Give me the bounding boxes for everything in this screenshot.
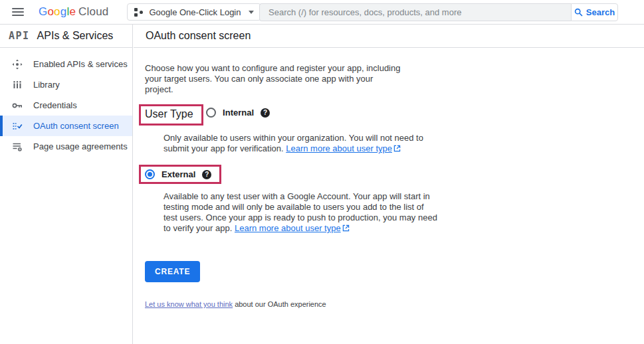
internal-radio-label[interactable]: Internal [223, 108, 254, 118]
help-icon[interactable]: ? [202, 170, 211, 179]
search-button[interactable]: Search [571, 3, 618, 21]
page-header: OAuth consent screen [134, 25, 644, 48]
user-type-heading: User Type [145, 108, 193, 120]
key-icon [11, 100, 23, 111]
learn-more-link[interactable]: Learn more about user type [235, 223, 341, 233]
sidebar-title: APIs & Services [37, 30, 114, 42]
internal-description: Only available to users within your orga… [163, 133, 437, 155]
sidebar-item-oauth-consent-screen[interactable]: OAuth consent screen [0, 116, 132, 136]
learn-more-link[interactable]: Learn more about user type [286, 143, 392, 153]
sidebar-item-page-usage-agreements[interactable]: Page usage agreements [0, 136, 132, 157]
internal-radio[interactable] [206, 108, 216, 118]
chevron-down-icon [249, 11, 254, 14]
project-selector-label: Google One-Click Login [149, 7, 241, 17]
main-content: Choose how you want to configure and reg… [134, 48, 644, 344]
sidebar-item-enabled-apis[interactable]: Enabled APIs & services [0, 54, 132, 74]
external-radio[interactable] [145, 169, 155, 179]
feedback-link[interactable]: Let us know what you think [145, 300, 233, 308]
sidebar-item-credentials[interactable]: Credentials [0, 95, 132, 116]
top-app-bar: GoogleCloud Google One-Click Login Searc… [0, 0, 644, 25]
agreements-gear-icon [11, 141, 23, 152]
external-radio-label[interactable]: External [161, 169, 195, 179]
search-button-label: Search [586, 7, 615, 17]
sidebar-item-label: Enabled APIs & services [33, 59, 128, 69]
api-product-icon: API [9, 30, 30, 42]
sidebar-item-label: OAuth consent screen [33, 121, 119, 131]
page-title: OAuth consent screen [146, 30, 251, 42]
project-icon [134, 8, 143, 17]
intro-text: Choose how you want to configure and reg… [145, 63, 403, 95]
option-internal: Internal ? [200, 103, 280, 122]
help-icon[interactable]: ? [261, 108, 270, 118]
sidebar-item-label: Credentials [33, 100, 77, 110]
external-description: Available to any test user with a Google… [163, 191, 437, 234]
search-input[interactable] [259, 3, 571, 21]
create-button[interactable]: CREATE [145, 261, 200, 282]
sidebar-header: API APIs & Services [0, 25, 132, 48]
sidebar-item-library[interactable]: Library [0, 74, 132, 95]
option-external: External ? [139, 165, 221, 184]
feedback-text: about our OAuth experience [233, 300, 326, 308]
library-icon [11, 80, 23, 90]
project-selector[interactable]: Google One-Click Login [127, 3, 261, 21]
external-link-icon [393, 144, 401, 155]
hamburger-menu-icon[interactable] [12, 6, 24, 18]
enabled-apis-icon [11, 59, 23, 70]
search-icon [574, 8, 583, 17]
google-cloud-logo: GoogleCloud [39, 5, 108, 19]
annotation-box-user-type: User Type [139, 104, 203, 126]
sidebar-menu: Enabled APIs & services Library [0, 48, 132, 157]
external-link-icon [342, 224, 350, 234]
sidebar-item-label: Page usage agreements [33, 141, 128, 151]
consent-checklist-icon [11, 121, 23, 131]
search-bar: Search [259, 3, 618, 21]
sidebar: API APIs & Services Enabled APIs & servi… [0, 25, 133, 344]
sidebar-item-label: Library [33, 80, 60, 90]
feedback-line: Let us know what you think about our OAu… [145, 300, 644, 308]
